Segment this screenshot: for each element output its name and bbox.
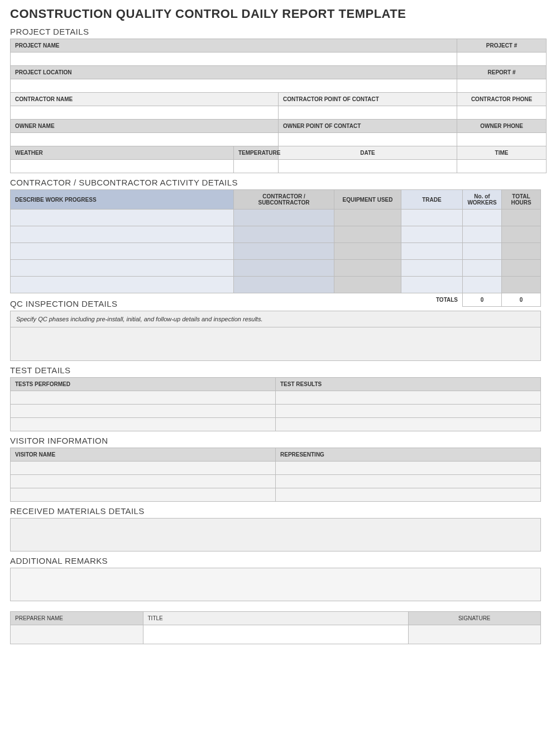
activity-equipment-input[interactable]	[334, 243, 401, 260]
activity-workers-input[interactable]	[463, 277, 502, 293]
visitor-row	[11, 462, 541, 475]
activity-table: DESCRIBE WORK PROGRESS CONTRACTOR / SUBC…	[10, 189, 541, 307]
signature-label: SIGNATURE	[408, 612, 541, 625]
test-results-input[interactable]	[276, 405, 541, 418]
section-materials: RECEIVED MATERIALS DETAILS	[10, 506, 541, 516]
date-input[interactable]	[279, 160, 457, 173]
activity-hours-input[interactable]	[502, 243, 541, 260]
weather-label: WEATHER	[11, 146, 234, 160]
visitor-name-input[interactable]	[11, 462, 276, 475]
project-details-table: PROJECT NAME PROJECT # PROJECT LOCATION …	[10, 39, 547, 173]
title-input[interactable]	[143, 625, 408, 644]
visitor-rep-input[interactable]	[276, 488, 541, 502]
remarks-body-input[interactable]	[10, 568, 541, 601]
contractor-name-label: CONTRACTOR NAME	[11, 93, 279, 106]
activity-hours-input[interactable]	[502, 260, 541, 277]
visitor-rep-input[interactable]	[276, 462, 541, 475]
test-performed-input[interactable]	[11, 418, 276, 431]
test-results-input[interactable]	[276, 418, 541, 431]
activity-header-workers: No. of WORKERS	[463, 190, 502, 210]
time-label: TIME	[457, 146, 547, 160]
owner-poc-input[interactable]	[279, 133, 457, 146]
visitor-header-rep: REPRESENTING	[276, 448, 541, 462]
activity-trade-input[interactable]	[401, 260, 463, 277]
activity-workers-input[interactable]	[463, 210, 502, 226]
activity-header-contractor: CONTRACTOR / SUBCONTRACTOR	[234, 190, 334, 210]
activity-workers-input[interactable]	[463, 243, 502, 260]
temperature-label: TEMPERATURE	[234, 146, 279, 160]
activity-hours-input[interactable]	[502, 277, 541, 293]
test-performed-input[interactable]	[11, 405, 276, 418]
visitor-row	[11, 488, 541, 502]
activity-progress-input[interactable]	[11, 210, 234, 226]
project-name-input[interactable]	[11, 53, 457, 66]
activity-trade-input[interactable]	[401, 210, 463, 226]
test-header-results: TEST RESULTS	[276, 378, 541, 391]
activity-progress-input[interactable]	[11, 243, 234, 260]
qc-body-input[interactable]	[11, 327, 541, 361]
activity-progress-input[interactable]	[11, 260, 234, 277]
contractor-name-input[interactable]	[11, 106, 279, 120]
test-performed-input[interactable]	[11, 391, 276, 405]
visitor-row	[11, 475, 541, 488]
project-location-label: PROJECT LOCATION	[11, 66, 457, 79]
project-number-input[interactable]	[457, 53, 547, 66]
test-row	[11, 405, 541, 418]
contractor-poc-input[interactable]	[279, 106, 457, 120]
page-title: CONSTRUCTION QUALITY CONTROL DAILY REPOR…	[10, 7, 541, 21]
activity-equipment-input[interactable]	[334, 226, 401, 243]
activity-header-hours: TOTAL HOURS	[502, 190, 541, 210]
activity-hours-input[interactable]	[502, 226, 541, 243]
activity-hours-input[interactable]	[502, 210, 541, 226]
contractor-phone-input[interactable]	[457, 106, 547, 120]
contractor-phone-label: CONTRACTOR PHONE	[457, 93, 547, 106]
project-number-label: PROJECT #	[457, 39, 547, 53]
activity-contractor-input[interactable]	[234, 243, 334, 260]
project-location-input[interactable]	[11, 79, 457, 93]
visitor-header-name: VISITOR NAME	[11, 448, 276, 462]
activity-contractor-input[interactable]	[234, 226, 334, 243]
title-label: TITLE	[143, 612, 408, 625]
visitor-rep-input[interactable]	[276, 475, 541, 488]
activity-trade-input[interactable]	[401, 277, 463, 293]
owner-name-input[interactable]	[11, 133, 279, 146]
test-row	[11, 418, 541, 431]
test-header-performed: TESTS PERFORMED	[11, 378, 276, 391]
report-number-input[interactable]	[457, 79, 547, 93]
preparer-input[interactable]	[11, 625, 143, 644]
activity-workers-input[interactable]	[463, 260, 502, 277]
project-name-label: PROJECT NAME	[11, 39, 457, 53]
signature-input[interactable]	[408, 625, 541, 644]
time-input[interactable]	[457, 160, 547, 173]
report-number-label: REPORT #	[457, 66, 547, 79]
temperature-input[interactable]	[234, 160, 279, 173]
activity-contractor-input[interactable]	[234, 277, 334, 293]
activity-contractor-input[interactable]	[234, 260, 334, 277]
activity-contractor-input[interactable]	[234, 210, 334, 226]
section-qc: QC INSPECTION DETAILS	[10, 299, 541, 308]
activity-progress-input[interactable]	[11, 226, 234, 243]
activity-header-progress: DESCRIBE WORK PROGRESS	[11, 190, 234, 210]
activity-trade-input[interactable]	[401, 226, 463, 243]
materials-body-input[interactable]	[10, 518, 541, 551]
date-label: DATE	[279, 146, 457, 160]
section-project-details: PROJECT DETAILS	[10, 27, 541, 36]
activity-header-equipment: EQUIPMENT USED	[334, 190, 401, 210]
activity-workers-input[interactable]	[463, 226, 502, 243]
owner-phone-input[interactable]	[457, 133, 547, 146]
test-results-input[interactable]	[276, 391, 541, 405]
activity-header-trade: TRADE	[401, 190, 463, 210]
activity-progress-input[interactable]	[11, 277, 234, 293]
activity-equipment-input[interactable]	[334, 210, 401, 226]
qc-table: Specify QC phases including pre-install,…	[10, 311, 541, 361]
activity-trade-input[interactable]	[401, 243, 463, 260]
visitor-name-input[interactable]	[11, 488, 276, 502]
qc-note: Specify QC phases including pre-install,…	[11, 311, 541, 327]
activity-equipment-input[interactable]	[334, 277, 401, 293]
weather-input[interactable]	[11, 160, 234, 173]
activity-row	[11, 243, 541, 260]
activity-row	[11, 260, 541, 277]
activity-equipment-input[interactable]	[334, 260, 401, 277]
owner-poc-label: OWNER POINT OF CONTACT	[279, 120, 457, 133]
visitor-name-input[interactable]	[11, 475, 276, 488]
